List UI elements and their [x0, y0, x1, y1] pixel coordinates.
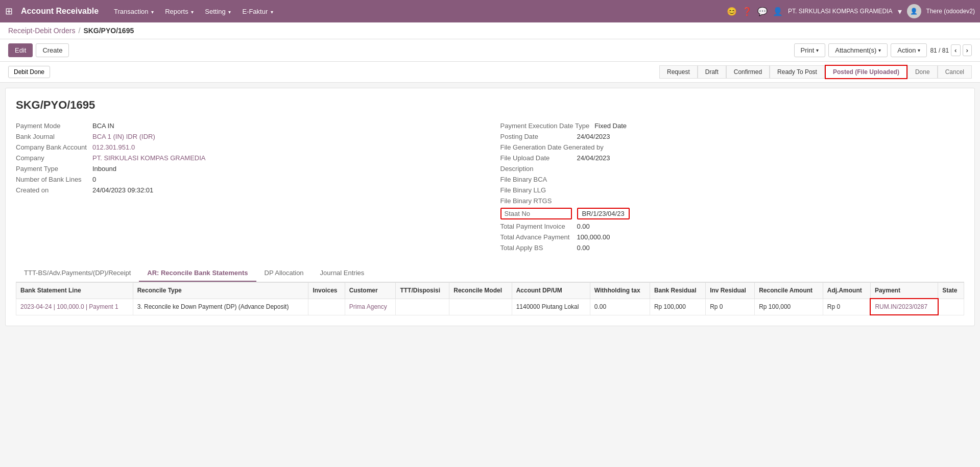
- field-file-upload-date: File Upload Date 24/04/2023: [500, 154, 965, 162]
- field-total-advance-payment: Total Advance Payment 100,000.00: [500, 233, 965, 241]
- document-title: SKG/PYO/1695: [16, 99, 964, 112]
- col-bank-residual: Bank Residual: [650, 283, 705, 299]
- breadcrumb-parent[interactable]: Receipt-Debit Orders: [8, 27, 76, 35]
- attachments-button[interactable]: Attachment(s) ▾: [828, 43, 888, 57]
- col-bank-statement-line: Bank Statement Line: [16, 283, 133, 299]
- breadcrumb-current: SKG/PYO/1695: [83, 27, 134, 35]
- field-payment-mode: Payment Mode BCA IN: [16, 122, 480, 130]
- message-icon[interactable]: 💬: [757, 7, 768, 16]
- breadcrumb-separator: /: [79, 27, 81, 35]
- cell-reconcile-amount: Rp 100,000: [755, 299, 823, 315]
- prev-page-button[interactable]: ‹: [951, 44, 960, 56]
- field-file-binary-llg: File Binary LLG: [500, 186, 965, 194]
- create-button[interactable]: Create: [36, 43, 69, 57]
- status-step-done[interactable]: Done: [907, 65, 938, 79]
- col-invoices: Invoices: [308, 283, 345, 299]
- form-section: Payment Mode BCA IN Bank Journal BCA 1 (…: [16, 122, 964, 255]
- cell-withholding-tax: 0.00: [590, 299, 650, 315]
- tab-dp-allocation[interactable]: DP Allocation: [256, 265, 312, 282]
- cell-reconcile-type: 3. Reconcile ke Down Payment (DP) (Advan…: [133, 299, 308, 315]
- cell-customer: Prima Agency: [345, 299, 396, 315]
- grid-icon[interactable]: ⊞: [5, 6, 13, 17]
- field-total-payment-invoice: Total Payment Invoice 0.00: [500, 223, 965, 230]
- status-step-cancel[interactable]: Cancel: [938, 65, 972, 79]
- field-number-of-bank-lines: Number of Bank Lines 0: [16, 176, 480, 183]
- chevron-down-icon: ▾: [191, 9, 194, 15]
- col-reconcile-type: Reconcile Type: [133, 283, 308, 299]
- chevron-down-icon: ▾: [271, 9, 273, 15]
- chevron-down-icon: ▾: [816, 47, 819, 53]
- col-reconcile-amount: Reconcile Amount: [755, 283, 823, 299]
- cell-reconcile-model: [449, 299, 512, 315]
- action-button[interactable]: Action ▾: [891, 43, 927, 57]
- tab-ttt-bs[interactable]: TTT-BS/Adv.Payments/(DP)/Receipt: [16, 265, 139, 282]
- chevron-down-icon: ▾: [878, 47, 881, 53]
- field-file-generation-date: File Generation Date Generated by: [500, 143, 965, 151]
- field-payment-type: Payment Type Inbound: [16, 165, 480, 173]
- avatar[interactable]: 👤: [907, 4, 921, 18]
- contact-icon[interactable]: 👤: [773, 7, 783, 16]
- field-description: Description: [500, 165, 965, 173]
- debit-done-button[interactable]: Debit Done: [8, 66, 50, 78]
- toolbar: Edit Create Print ▾ Attachment(s) ▾ Acti…: [0, 39, 980, 62]
- cell-bank-residual: Rp 100,000: [650, 299, 705, 315]
- status-step-request[interactable]: Request: [659, 65, 698, 79]
- col-withholding-tax: Withholding tax: [590, 283, 650, 299]
- field-bank-journal: Bank Journal BCA 1 (IN) IDR (IDR): [16, 133, 480, 140]
- breadcrumb: Receipt-Debit Orders / SKG/PYO/1695: [0, 22, 980, 39]
- nav-setting[interactable]: Setting ▾: [200, 6, 236, 17]
- reconcile-table: Bank Statement Line Reconcile Type Invoi…: [16, 282, 964, 315]
- col-reconcile-model: Reconcile Model: [449, 283, 512, 299]
- cell-inv-residual: Rp 0: [706, 299, 755, 315]
- table-container: Bank Statement Line Reconcile Type Invoi…: [16, 282, 964, 315]
- chevron-down-icon: ▾: [151, 9, 154, 15]
- cell-adj-amount: Rp 0: [823, 299, 870, 315]
- top-right-icons: 😊 ❓ 💬 👤 PT. SIRKULASI KOMPAS GRAMEDIA ▾ …: [727, 4, 975, 18]
- status-pipeline: Request Draft Confirmed Ready To Post Po…: [659, 65, 972, 79]
- field-company: Company PT. SIRKULASI KOMPAS GRAMEDIA: [16, 154, 480, 162]
- user-name: There (odoodev2): [926, 8, 975, 15]
- field-company-bank-account: Company Bank Account 012.301.951.0: [16, 143, 480, 151]
- cell-payment[interactable]: RUM.IN/2023/0287: [870, 299, 938, 315]
- cell-account-dp-um: 1140000 Piutang Lokal: [512, 299, 590, 315]
- tabs-bar: TTT-BS/Adv.Payments/(DP)/Receipt AR: Rec…: [16, 265, 964, 282]
- field-staat-no: Staat No BR/1/23/04/23: [500, 208, 965, 219]
- tab-journal-entries[interactable]: Journal Entries: [312, 265, 373, 282]
- app-title: Account Receivable: [21, 7, 99, 16]
- cell-invoices: [308, 299, 345, 315]
- col-payment: Payment: [870, 283, 938, 299]
- edit-button[interactable]: Edit: [8, 43, 33, 57]
- col-state: State: [938, 283, 964, 299]
- col-account-dp-um: Account DP/UM: [512, 283, 590, 299]
- cell-bank-statement-line: 2023-04-24 | 100,000.0 | Payment 1: [16, 299, 133, 315]
- field-file-binary-rtgs: File Binary RTGS: [500, 197, 965, 205]
- activity-icon[interactable]: 😊: [727, 7, 737, 16]
- pagination: 81 / 81 ‹ ›: [930, 44, 972, 56]
- field-posting-date: Posting Date 24/04/2023: [500, 133, 965, 140]
- chevron-down-icon: ▾: [228, 9, 231, 15]
- status-step-ready-to-post[interactable]: Ready To Post: [770, 65, 825, 79]
- status-step-posted[interactable]: Posted (File Uploaded): [825, 65, 907, 79]
- top-navigation: ⊞ Account Receivable Transaction ▾ Repor…: [0, 0, 980, 22]
- col-ttt-disposisi: TTT/Disposisi: [396, 283, 449, 299]
- status-bar: Debit Done Request Draft Confirmed Ready…: [0, 62, 980, 83]
- field-total-apply-bs: Total Apply BS 0.00: [500, 244, 965, 252]
- nav-reports[interactable]: Reports ▾: [160, 6, 199, 17]
- next-page-button[interactable]: ›: [963, 44, 972, 56]
- cell-state: [938, 299, 964, 315]
- nav-transaction[interactable]: Transaction ▾: [109, 6, 159, 17]
- chevron-down-icon[interactable]: ▾: [898, 7, 902, 16]
- print-button[interactable]: Print ▾: [794, 43, 826, 57]
- tab-ar-reconcile[interactable]: AR: Reconcile Bank Statements: [139, 265, 256, 282]
- status-step-confirmed[interactable]: Confirmed: [726, 65, 770, 79]
- table-row: 2023-04-24 | 100,000.0 | Payment 1 3. Re…: [16, 299, 964, 315]
- form-left-column: Payment Mode BCA IN Bank Journal BCA 1 (…: [16, 122, 480, 255]
- help-icon[interactable]: ❓: [742, 7, 752, 16]
- company-name: PT. SIRKULASI KOMPAS GRAMEDIA: [788, 8, 893, 15]
- nav-menu: Transaction ▾ Reports ▾ Setting ▾ E-Fakt…: [109, 6, 278, 17]
- col-inv-residual: Inv Residual: [706, 283, 755, 299]
- status-step-draft[interactable]: Draft: [698, 65, 726, 79]
- main-content: SKG/PYO/1695 Payment Mode BCA IN Bank Jo…: [5, 88, 975, 326]
- field-created-on: Created on 24/04/2023 09:32:01: [16, 186, 480, 194]
- nav-efaktur[interactable]: E-Faktur ▾: [237, 6, 278, 17]
